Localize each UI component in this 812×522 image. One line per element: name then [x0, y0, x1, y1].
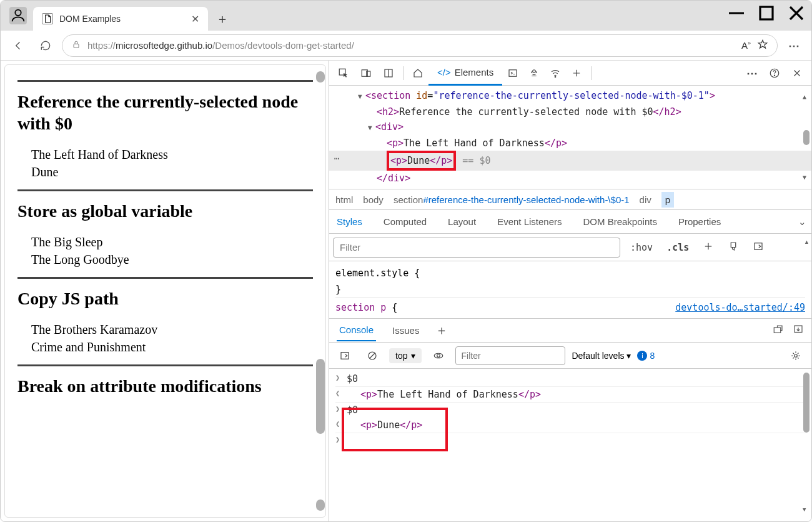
device-toggle-icon[interactable] — [355, 63, 377, 84]
hov-button[interactable]: :hov — [626, 239, 656, 256]
clear-console-icon[interactable] — [362, 345, 383, 366]
styles-filter-input[interactable] — [333, 238, 620, 258]
list-item: The Left Hand of Darkness — [31, 146, 313, 163]
elements-scrollbar[interactable]: ▲▼ — [803, 89, 810, 185]
back-button[interactable] — [7, 34, 29, 57]
tab-styles[interactable]: Styles — [334, 211, 365, 232]
svg-point-15 — [555, 76, 556, 78]
tab-properties[interactable]: Properties — [676, 211, 723, 232]
log-levels-selector[interactable]: Default levels ▾ — [572, 351, 631, 361]
close-devtools-icon[interactable] — [786, 63, 808, 84]
more-tools-icon[interactable]: ⋯ — [741, 63, 763, 84]
tab-computed[interactable]: Computed — [381, 211, 429, 232]
message-count[interactable]: i8 — [637, 351, 655, 361]
inspect-element-icon[interactable] — [333, 63, 354, 84]
read-aloud-icon[interactable]: A» — [741, 40, 751, 51]
list-item: The Brothers Karamazov — [31, 321, 313, 338]
new-tab-button[interactable]: ＋ — [212, 8, 233, 29]
section-heading: Copy JS path — [17, 288, 313, 309]
context-selector[interactable]: top▾ — [389, 348, 422, 363]
svg-point-30 — [437, 354, 440, 357]
list-item: Dune — [31, 163, 313, 181]
drawer-expand-icon[interactable] — [773, 324, 784, 337]
section-heading: Break on attribute modifications — [17, 375, 313, 397]
console-scrollbar[interactable]: ▼ — [803, 373, 810, 513]
tab-issues[interactable]: Issues — [390, 320, 422, 341]
console-filter-input[interactable] — [455, 346, 565, 365]
new-rule-icon[interactable] — [699, 238, 718, 257]
page-content: Reference the currently-selected node wi… — [4, 64, 326, 518]
url-text: https://microsoftedge.github.io/Demos/de… — [87, 40, 735, 51]
section-heading: Reference the currently-selected node wi… — [17, 91, 313, 134]
tab-event-listeners[interactable]: Event Listeners — [495, 211, 564, 232]
lock-icon — [71, 39, 81, 51]
brush-icon[interactable] — [724, 238, 743, 257]
more-tabs-icon[interactable] — [566, 63, 587, 84]
tab-title: DOM Examples — [59, 14, 191, 24]
close-window-button[interactable] — [781, 1, 811, 26]
console-settings-icon[interactable] — [785, 345, 806, 366]
elements-icon: </> — [437, 67, 451, 78]
list-item: Crime and Punishment — [31, 338, 313, 356]
highlight-box — [342, 408, 448, 451]
close-tab-icon[interactable]: ✕ — [191, 13, 199, 25]
console-output[interactable]: $0 <p>The Left Hand of Darkness</p> $0 <… — [329, 369, 811, 521]
console-sidebar-icon[interactable] — [334, 345, 355, 366]
styles-pane[interactable]: element.style { } section p { devtools-d… — [329, 261, 811, 319]
network-tab-icon[interactable] — [545, 63, 566, 84]
svg-point-13 — [533, 69, 536, 73]
svg-rect-5 — [74, 44, 79, 48]
breadcrumb[interactable]: html body section#reference-the-currentl… — [329, 189, 811, 210]
svg-point-31 — [795, 354, 798, 357]
svg-rect-2 — [760, 7, 773, 19]
elements-tree[interactable]: ▼<section id="reference-the-currently-se… — [329, 86, 811, 189]
tab-dom-breakpoints[interactable]: DOM Breakpoints — [581, 211, 660, 232]
live-expression-icon[interactable] — [428, 345, 449, 366]
source-link[interactable]: devtools-do…started/:49 — [675, 299, 805, 316]
tab-layout[interactable]: Layout — [445, 211, 478, 232]
tab-console[interactable]: Console — [337, 319, 376, 341]
svg-point-19 — [774, 75, 775, 76]
chevron-down-icon[interactable]: ⌄ — [798, 216, 806, 228]
svg-rect-25 — [774, 328, 781, 333]
cls-button[interactable]: .cls — [663, 239, 693, 256]
menu-button[interactable]: ⋯ — [783, 34, 805, 57]
selected-node[interactable]: <p>Dune</p>== $0 — [329, 151, 811, 171]
svg-line-29 — [370, 353, 375, 358]
drawer-collapse-icon[interactable] — [793, 324, 804, 337]
section-heading: Store as global variable — [17, 200, 313, 222]
help-icon[interactable] — [764, 63, 785, 84]
console-tab-icon[interactable] — [502, 63, 523, 84]
favorite-icon[interactable] — [757, 39, 768, 52]
refresh-button[interactable] — [34, 34, 57, 57]
dock-icon[interactable] — [378, 63, 399, 84]
sources-tab-icon[interactable] — [523, 63, 545, 84]
address-bar[interactable]: https://microsoftedge.github.io/Demos/de… — [62, 34, 778, 57]
maximize-button[interactable] — [751, 1, 781, 26]
svg-point-0 — [15, 10, 21, 16]
browser-tab[interactable]: DOM Examples ✕ — [33, 7, 208, 31]
tab-elements[interactable]: </> Elements — [428, 61, 502, 86]
profile-button[interactable] — [9, 7, 27, 24]
page-icon — [42, 13, 53, 24]
welcome-tab-icon[interactable] — [407, 63, 428, 84]
computed-toggle-icon[interactable] — [749, 238, 768, 257]
add-drawer-tab-icon[interactable]: ＋ — [435, 322, 448, 339]
minimize-button[interactable] — [721, 1, 751, 26]
page-scrollbar[interactable] — [315, 71, 325, 511]
list-item: The Big Sleep — [31, 233, 313, 251]
list-item: The Long Goodbye — [31, 251, 313, 268]
devtools-panel: </> Elements ⋯ ▼<section id="reference-t… — [329, 61, 811, 521]
navbar: https://microsoftedge.github.io/Demos/de… — [1, 31, 811, 61]
titlebar: DOM Examples ✕ ＋ — [1, 1, 811, 31]
